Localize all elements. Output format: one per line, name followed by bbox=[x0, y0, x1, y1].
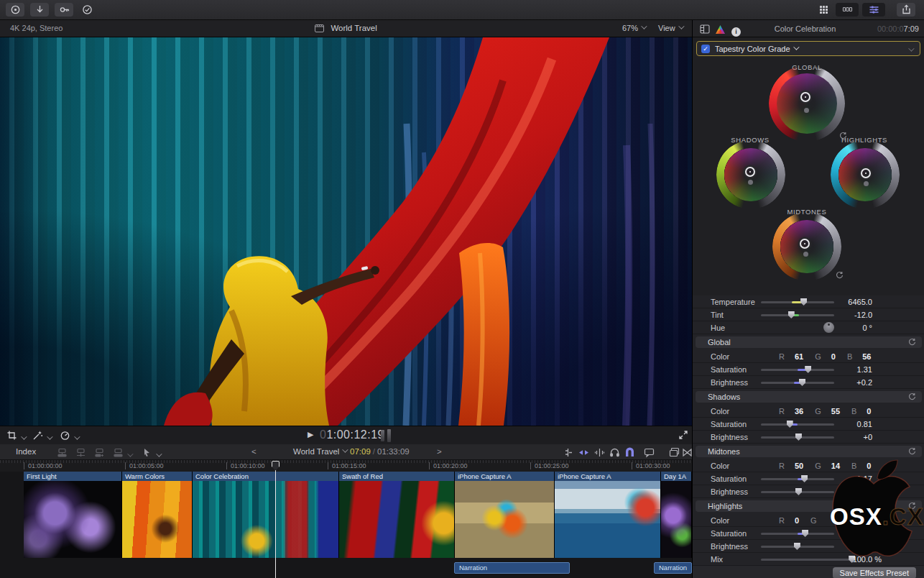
mix-value[interactable]: 100.0 % bbox=[831, 555, 882, 564]
viewer-footer: ▶01:00:12:19 bbox=[0, 426, 692, 444]
reset-icon[interactable] bbox=[908, 338, 916, 346]
target-icon[interactable] bbox=[6, 3, 24, 17]
shadows-brightness-value[interactable]: +0 bbox=[822, 433, 872, 441]
key-icon[interactable] bbox=[55, 3, 73, 17]
midtones-wheel-puck[interactable] bbox=[800, 239, 810, 249]
audio-skimming-icon[interactable] bbox=[593, 446, 606, 460]
timeline-history-icon[interactable] bbox=[668, 446, 680, 460]
midtones-section-header[interactable]: Midtones bbox=[693, 444, 924, 459]
viewer-canvas[interactable] bbox=[0, 37, 692, 426]
effect-name-menu[interactable]: Tapestry Color Grade bbox=[715, 45, 798, 53]
audio-meter[interactable] bbox=[387, 429, 391, 442]
playhead-line[interactable] bbox=[275, 461, 276, 578]
save-effects-preset-button[interactable]: Save Effects Preset bbox=[833, 567, 916, 578]
global-wheel-face[interactable] bbox=[777, 73, 837, 134]
audio-clip[interactable]: Narration bbox=[654, 562, 692, 574]
global-section-header[interactable]: Global bbox=[693, 334, 924, 350]
watermark-text: OSX.CX bbox=[830, 503, 924, 531]
color-inspector-panel: i Color Celebration 00:00:07:09 ✓ Tapest… bbox=[692, 20, 924, 578]
audio-clip[interactable]: Narration bbox=[454, 562, 570, 574]
timeline-clip[interactable]: Day 1A bbox=[661, 472, 692, 558]
video-frame-art bbox=[0, 37, 692, 426]
reset-icon[interactable] bbox=[836, 271, 844, 279]
color-inspector-icon[interactable] bbox=[716, 24, 725, 37]
audio-meter[interactable] bbox=[381, 430, 384, 441]
fullscreen-icon[interactable] bbox=[678, 430, 688, 443]
share-icon[interactable] bbox=[897, 3, 915, 17]
media-browser-icon[interactable] bbox=[836, 3, 859, 17]
highlights-color-wheel[interactable] bbox=[838, 148, 892, 201]
tint-row: Tint -12.0 bbox=[693, 308, 924, 321]
shadows-section-header[interactable]: Shadows bbox=[693, 389, 924, 405]
effect-row[interactable]: ✓ Tapestry Color Grade bbox=[696, 41, 920, 56]
shadows-saturation-value[interactable]: 0.81 bbox=[822, 420, 872, 428]
overwrite-clip-icon[interactable] bbox=[112, 446, 131, 460]
viewer-zoom-menu[interactable]: 67% bbox=[622, 24, 645, 32]
captions-icon[interactable] bbox=[643, 446, 655, 460]
effect-enabled-checkbox[interactable]: ✓ bbox=[701, 45, 710, 53]
shadows-wheel-puck[interactable] bbox=[745, 167, 755, 177]
hue-value[interactable]: 0 ° bbox=[822, 324, 872, 332]
tint-value[interactable]: -12.0 bbox=[822, 311, 872, 319]
save-preset-row: Save Effects Preset bbox=[693, 566, 924, 578]
highlights-wheel-puck[interactable] bbox=[861, 168, 871, 178]
play-icon[interactable]: ▶ bbox=[308, 430, 314, 439]
next-item-button[interactable]: > bbox=[437, 447, 442, 456]
midtones-color-row: Color R50G14B0 bbox=[693, 459, 924, 472]
temperature-row: Temperature 6465.0 bbox=[693, 295, 924, 308]
midtones-rgb-values[interactable]: R50G14B0 bbox=[779, 462, 882, 470]
top-toolbar bbox=[0, 0, 924, 20]
reset-icon[interactable] bbox=[908, 447, 916, 455]
timeline-project-menu[interactable]: World Travel bbox=[293, 447, 346, 456]
temperature-value[interactable]: 6465.0 bbox=[822, 298, 872, 306]
check-circle-icon[interactable] bbox=[78, 3, 96, 17]
global-brightness-value[interactable]: +0.2 bbox=[822, 378, 872, 387]
highlights-brightness-slider[interactable] bbox=[761, 546, 834, 548]
solo-headphones-icon[interactable] bbox=[609, 446, 621, 460]
timeline-clip[interactable]: Color Celebration bbox=[193, 472, 339, 558]
midtones-color-wheel[interactable] bbox=[780, 220, 833, 273]
previous-item-button[interactable]: < bbox=[251, 447, 257, 456]
inspector-toggle-icon[interactable] bbox=[862, 3, 885, 17]
insert-clip-icon[interactable] bbox=[75, 446, 87, 460]
shadows-color-wheel[interactable] bbox=[724, 148, 777, 201]
reset-icon[interactable] bbox=[908, 393, 916, 400]
global-color-wheel[interactable] bbox=[777, 73, 837, 134]
clip-thumbnail bbox=[661, 481, 691, 558]
video-inspector-icon[interactable] bbox=[700, 24, 710, 37]
global-wheel-puck[interactable] bbox=[800, 92, 810, 102]
timeline-clip[interactable]: First Light bbox=[24, 472, 122, 558]
highlights-brightness-row: Brightness bbox=[693, 540, 924, 553]
clip-thumbnail bbox=[24, 481, 121, 558]
arrow-tool-menu[interactable] bbox=[141, 446, 160, 460]
timeline-clip[interactable]: iPhone Capture A bbox=[555, 472, 661, 558]
append-clip-icon[interactable] bbox=[93, 446, 106, 460]
timeline-clip[interactable]: Warm Colors bbox=[122, 472, 193, 558]
ruler-label: 01:00:30:00 bbox=[636, 462, 670, 469]
global-rgb-values[interactable]: R61G0B56 bbox=[779, 352, 882, 361]
clapper-icon bbox=[315, 24, 324, 32]
trim-tool-icon[interactable] bbox=[562, 446, 574, 460]
hue-label: Hue bbox=[711, 324, 725, 332]
download-icon[interactable] bbox=[30, 3, 49, 17]
skimming-icon[interactable] bbox=[578, 446, 590, 460]
connect-clip-icon[interactable] bbox=[56, 446, 68, 460]
mix-label: Mix bbox=[711, 555, 723, 564]
grid-icon[interactable] bbox=[814, 3, 833, 17]
snapping-icon[interactable] bbox=[624, 446, 636, 460]
clip-title: iPhone Capture A bbox=[455, 472, 554, 481]
timeline-clip[interactable]: iPhone Capture A bbox=[455, 472, 555, 558]
highlights-saturation-slider[interactable] bbox=[761, 533, 834, 535]
global-saturation-value[interactable]: 1.31 bbox=[822, 365, 872, 374]
shadows-rgb-values[interactable]: R36G55B0 bbox=[779, 407, 882, 416]
timeline-ruler[interactable]: 01:00:00:00 01:00:05:00 01:00:10:00 01:0… bbox=[0, 460, 692, 472]
index-button[interactable]: Index bbox=[16, 447, 36, 456]
ruler-label: 01:00:10:00 bbox=[231, 462, 265, 469]
viewer-view-menu[interactable]: View bbox=[658, 24, 683, 32]
midtones-saturation-value[interactable]: 1.17 bbox=[822, 474, 872, 483]
hue-row: Hue 0 ° bbox=[693, 321, 924, 334]
timeline-clip[interactable]: Swath of Red bbox=[339, 472, 455, 558]
ruler-label: 01:00:00:00 bbox=[28, 462, 63, 469]
audio-clip-label: Narration bbox=[459, 564, 487, 572]
midtones-brightness-slider[interactable] bbox=[761, 491, 834, 493]
